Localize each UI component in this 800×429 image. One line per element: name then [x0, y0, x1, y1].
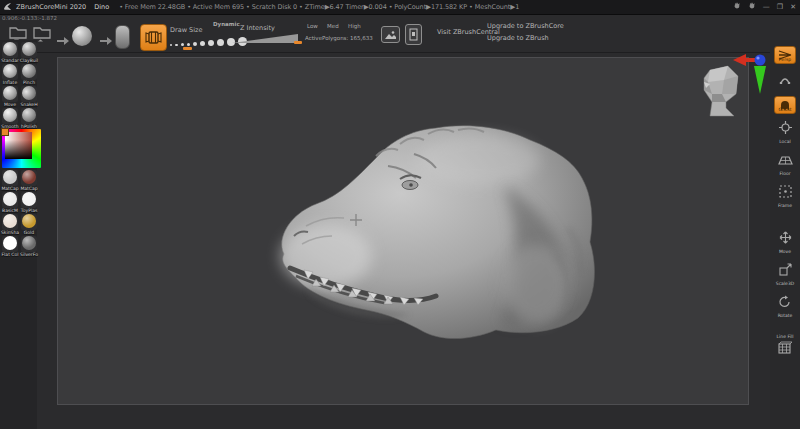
move-icon	[779, 229, 792, 248]
move-canvas-button[interactable]: Move	[779, 229, 792, 254]
material-thumb-icon	[3, 214, 17, 228]
upgrade-zbrush-link[interactable]: Upgrade to ZBrush	[487, 34, 549, 42]
brush-palette: Standar ClayBuil Inflate Pinch Move Snak…	[2, 42, 37, 124]
brush-label: SnakeH	[19, 102, 39, 107]
scale3d-button[interactable]: Scale3D	[776, 261, 794, 286]
export-3d-print-button[interactable]	[405, 24, 422, 45]
brush-thumb-icon	[22, 86, 36, 100]
material-palette: MatCap MatCap BasicM ToyPlas SkinSha Gol…	[2, 170, 37, 252]
material-thumb-icon	[22, 214, 36, 228]
brush-thumb-icon	[3, 64, 17, 78]
frame-label: Frame	[778, 203, 792, 208]
restore-button[interactable]: ❐	[777, 3, 783, 11]
linefill-icon	[777, 340, 792, 359]
low-label[interactable]: Low	[307, 23, 318, 29]
high-label[interactable]: High	[348, 23, 361, 29]
brush-thumb-icon	[22, 108, 36, 122]
ghost-button[interactable]: Ghost	[774, 96, 796, 112]
floor-button[interactable]: Floor	[778, 151, 793, 176]
rotate-canvas-button[interactable]: Rotate	[778, 293, 793, 318]
draw-size-label: Draw Size	[170, 26, 202, 34]
scale3d-icon	[779, 261, 792, 280]
brush-label: Pinch	[19, 80, 39, 85]
brush-smooth[interactable]: Smooth	[2, 108, 18, 124]
material-label: Flat Col	[0, 252, 20, 257]
material-matcap-gray[interactable]: MatCap	[2, 170, 18, 186]
z-axis-ball	[755, 55, 766, 66]
material-matcap-red[interactable]: MatCap	[21, 170, 37, 186]
material-label: MatCap	[0, 186, 20, 191]
dynamic-label: Dynamic	[213, 21, 240, 27]
linefill-button[interactable]: Line Fill	[777, 333, 794, 359]
export-image-button[interactable]	[381, 26, 400, 43]
memory-stats: • Free Mem 22.48GB • Active Mem 695 • Sc…	[119, 3, 519, 11]
close-button[interactable]: ✕	[790, 3, 796, 11]
local-button[interactable]: Local	[779, 119, 792, 144]
brush-pinch[interactable]: Pinch	[21, 64, 37, 80]
z-axis-highlight	[756, 56, 759, 59]
brush-move[interactable]: Move	[2, 86, 18, 102]
frame-icon	[779, 183, 792, 202]
draw-size-marker[interactable]	[183, 47, 192, 50]
app-title: ZBrushCoreMini 2020	[16, 3, 86, 11]
hand-icon[interactable]	[748, 2, 756, 12]
minimize-button[interactable]: —	[763, 3, 770, 11]
color-picker[interactable]	[2, 129, 41, 168]
material-label: Gold	[19, 230, 39, 235]
material-gold[interactable]: Gold	[21, 214, 37, 230]
lsym-button[interactable]	[779, 69, 791, 89]
rotate-label: Rotate	[778, 313, 793, 318]
material-silver[interactable]: SilverFo	[21, 236, 37, 252]
lsym-icon	[779, 69, 791, 88]
brush-thumb-icon	[3, 42, 17, 56]
floor-icon	[778, 151, 793, 170]
floor-label: Floor	[779, 171, 790, 176]
document-name: Dino	[94, 3, 109, 11]
y-axis-cone	[754, 66, 766, 94]
material-skinshade[interactable]: SkinSha	[2, 214, 18, 230]
material-label: ToyPlas	[19, 208, 39, 213]
med-label[interactable]: Med	[327, 23, 339, 29]
sculpt-canvas[interactable]	[57, 57, 749, 405]
material-label: BasicM	[0, 208, 20, 213]
linefill-label: Line Fill	[777, 334, 794, 339]
apply-arrow-icon	[99, 31, 113, 50]
z-intensity-slider[interactable]	[232, 30, 302, 49]
brush-snakehook[interactable]: SnakeH	[21, 86, 37, 102]
material-basic[interactable]: BasicM	[2, 192, 18, 208]
primitive-capsule-button[interactable]	[115, 25, 130, 49]
window-controls: — ❐ ✕	[733, 0, 796, 14]
upgrade-zbrushcore-link[interactable]: Upgrade to ZBrushCore	[487, 22, 564, 30]
dynamesh-button[interactable]	[140, 24, 167, 51]
new-sphere-button[interactable]	[72, 26, 92, 46]
axis-gizmo[interactable]	[730, 50, 770, 98]
x-axis-cone	[733, 54, 746, 66]
active-polygons-readout: ActivePolygons: 165,633	[305, 35, 373, 41]
brush-claybuildup[interactable]: ClayBuil	[21, 42, 37, 58]
saturation-value-square[interactable]	[5, 132, 32, 159]
scale3d-label: Scale3D	[776, 281, 794, 286]
brush-label: Inflate	[0, 80, 20, 85]
brush-standard[interactable]: Standar	[2, 42, 18, 58]
rotate-icon	[778, 293, 791, 312]
x-axis-tail	[745, 58, 755, 62]
title-bar: ZBrushCoreMini 2020 Dino • Free Mem 22.4…	[0, 0, 800, 15]
z-intensity-marker[interactable]	[294, 41, 302, 44]
hand-icon[interactable]	[733, 2, 741, 12]
brush-thumb-icon	[3, 108, 17, 122]
ghost-label: Ghost	[778, 107, 791, 112]
restore-arrow-icon	[56, 31, 70, 50]
material-label: SilverFo	[19, 252, 39, 257]
material-thumb-icon	[3, 192, 17, 206]
persp-button[interactable]: Persp	[774, 46, 796, 62]
current-color-swatch	[1, 128, 9, 136]
brush-thumb-icon	[3, 86, 17, 100]
material-flatcolor[interactable]: Flat Col	[2, 236, 18, 252]
material-toyplastic[interactable]: ToyPlas	[21, 192, 37, 208]
trex-sculpture	[58, 58, 748, 404]
material-label: MatCap	[19, 186, 39, 191]
brush-hpolish[interactable]: hPolish	[21, 108, 37, 124]
brush-inflate[interactable]: Inflate	[2, 64, 18, 80]
material-thumb-icon	[22, 170, 36, 184]
frame-button[interactable]: Frame	[778, 183, 792, 208]
